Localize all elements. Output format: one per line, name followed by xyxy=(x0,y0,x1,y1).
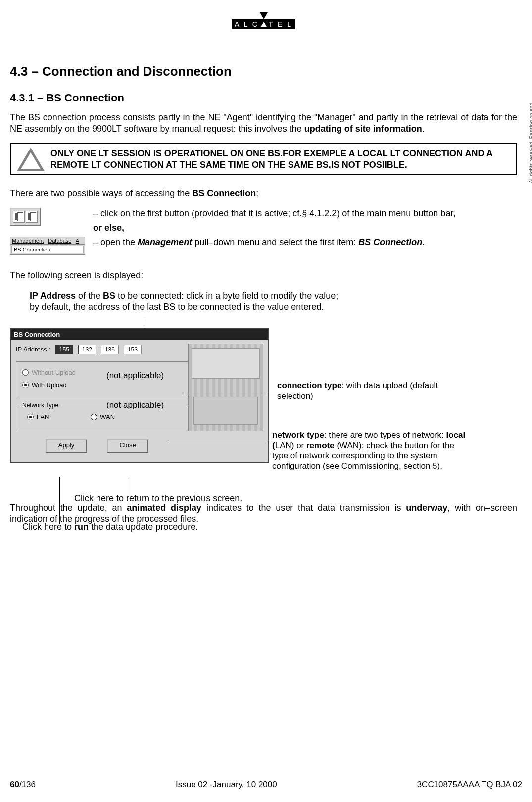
radio-with-upload[interactable]: With Upload xyxy=(22,381,184,389)
radio-lan[interactable]: LAN xyxy=(27,413,49,421)
warning-box: ONLY ONE LT SESSION IS OPERATIONEL ON ON… xyxy=(10,143,517,175)
page-number: 60 xyxy=(10,780,19,789)
ip-label: IP Address : xyxy=(16,346,50,353)
warning-text: ONLY ONE LT SESSION IS OPERATIONEL ON ON… xyxy=(50,144,516,174)
ip-byte-2[interactable]: 132 xyxy=(78,345,96,354)
brand-logo: A L C T E L xyxy=(10,12,517,29)
logo-triangle-icon xyxy=(261,22,267,27)
doc-reference: 3CC10875AAAA TQ BJA 02 xyxy=(417,780,522,790)
access-intro: There are two possible ways of accessing… xyxy=(10,188,517,199)
network-type-label: Network Type xyxy=(20,402,60,409)
access-option-2: – open the Management pull–down menu and… xyxy=(93,237,517,248)
ip-byte-1[interactable]: 155 xyxy=(55,345,73,354)
logo-text-left: A L C xyxy=(235,20,259,28)
callout-close: Click here to return to the previous scr… xyxy=(74,493,242,504)
dialog-titlebar: BS Connection xyxy=(11,329,268,340)
section-heading: 4.3 – Connection and Disconnection xyxy=(10,64,517,79)
close-button[interactable]: Close xyxy=(107,439,148,453)
ip-byte-3[interactable]: 136 xyxy=(101,345,119,354)
apply-button[interactable]: Apply xyxy=(46,439,87,453)
bs-connection-dialog: BS Connection IP Address : 155 132 136 1… xyxy=(10,328,269,463)
logo-text-right: T E L xyxy=(269,20,292,28)
section-number: 4.3 xyxy=(10,64,28,79)
subsection-heading: 4.3.1 – BS Connection xyxy=(10,92,517,104)
intro-paragraph: The BS connection process consists partl… xyxy=(10,112,517,134)
page-total: /136 xyxy=(19,780,36,789)
following-screen-text: The following screen is displayed: xyxy=(10,270,517,281)
radio-wan[interactable]: WAN xyxy=(91,413,115,421)
callout-apply: Click here to run the data update proced… xyxy=(22,521,198,533)
callout-network-type: network type: there are two types of net… xyxy=(272,430,470,472)
not-applicable-2: (not applicable) xyxy=(106,400,164,410)
callout-connection-type: connection type: with data upload (defau… xyxy=(277,380,465,401)
section-title: Connection and Disconnection xyxy=(42,64,232,79)
radio-icon xyxy=(22,382,29,388)
page-footer: 60/136 Issue 02 -January, 10 2000 3CC108… xyxy=(10,780,522,790)
radio-icon xyxy=(91,414,97,420)
access-option-1: – click on the first button (provided th… xyxy=(93,208,517,234)
radio-icon xyxy=(27,414,34,420)
issue-text: Issue 02 -January, 10 2000 xyxy=(176,780,277,790)
radio-icon xyxy=(22,369,29,376)
warning-triangle-icon xyxy=(11,144,50,174)
rights-sidenote: All rights reserved. Passing on and copy… xyxy=(528,84,532,183)
section-dash: – xyxy=(31,64,38,79)
equipment-illustration xyxy=(188,344,263,431)
menu-illustration: Management Database A BS Connection xyxy=(10,237,84,255)
ip-address-note: IP Address of the BS to be connected: cl… xyxy=(30,290,517,313)
not-applicable-1: (not applicable) xyxy=(106,370,164,381)
toolbar-button-illustration xyxy=(10,208,84,226)
ip-byte-4[interactable]: 153 xyxy=(124,345,142,354)
